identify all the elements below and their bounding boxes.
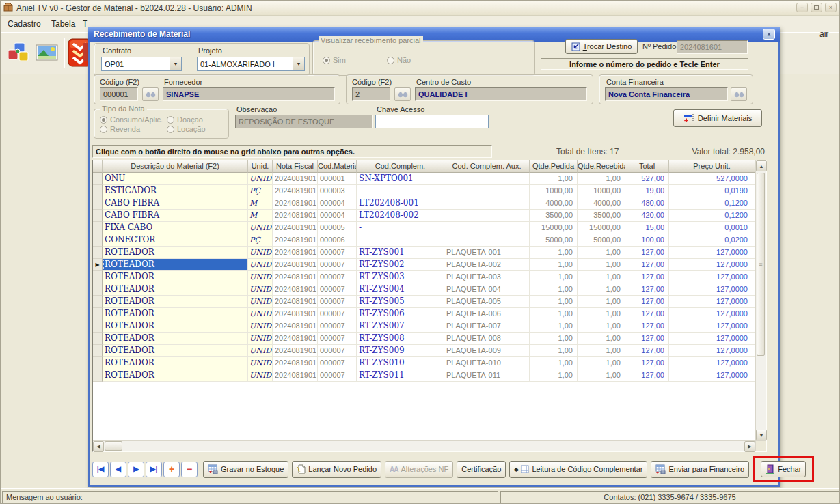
grid-cell-unid[interactable]: UNID xyxy=(248,333,273,345)
grid-cell-desc[interactable]: ROTEADOR xyxy=(103,271,248,283)
grid-cell-qp[interactable]: 1,00 xyxy=(530,369,578,382)
grid-cell-comp[interactable]: RT-ZYS011 xyxy=(357,369,444,382)
dialog-close-button[interactable]: × xyxy=(763,29,775,40)
grid-cell-unid[interactable]: UNID xyxy=(248,271,273,283)
grid-cell-qr[interactable]: 1,00 xyxy=(578,283,625,296)
grid-cell-qr[interactable]: 15000,00 xyxy=(578,222,625,234)
grid-cell-unid[interactable]: UNID xyxy=(248,308,273,320)
grid-cell-desc[interactable]: ROTEADOR xyxy=(103,320,248,333)
grid-cell-qp[interactable]: 5000,00 xyxy=(530,234,578,247)
grid-cell-preco[interactable]: 127,0000 xyxy=(669,296,755,308)
grid-cell-qp[interactable]: 3500,00 xyxy=(530,210,578,222)
grid-cell-mat[interactable]: 000007 xyxy=(318,283,357,296)
grid-cell-total[interactable]: 15,00 xyxy=(625,222,669,234)
grid-cell-desc[interactable]: ROTEADOR xyxy=(103,259,248,271)
grid-cell-comp[interactable]: RT-ZYS006 xyxy=(357,308,444,320)
grid-cell-aux[interactable]: PLAQUETA-003 xyxy=(444,271,530,283)
grid-cell-unid[interactable]: UNID xyxy=(248,173,273,185)
grid-cell-mat[interactable]: 000007 xyxy=(318,271,357,283)
grid-cell-comp[interactable]: RT-ZYS007 xyxy=(357,320,444,333)
grid-cell-total[interactable]: 480,00 xyxy=(625,197,669,210)
grid-cell-qp[interactable]: 1,00 xyxy=(530,259,578,271)
minimize-button[interactable]: − xyxy=(796,3,808,12)
grid-cell-total[interactable]: 127,00 xyxy=(625,308,669,320)
grid-cell-nf[interactable]: 2024081901 xyxy=(273,308,318,320)
nav-next-button[interactable]: ▶ xyxy=(128,462,144,477)
grid-cell-mat[interactable]: 000007 xyxy=(318,259,357,271)
gravar-estoque-button[interactable]: Gravar no Estoque xyxy=(203,461,288,478)
grid-cell-desc[interactable]: ONU xyxy=(103,173,248,185)
grid-row[interactable]: FIXA CABOUNID2024081901000005-15000,0015… xyxy=(93,222,755,234)
grid-cell-unid[interactable]: UNID xyxy=(248,320,273,333)
grid-cell-aux[interactable] xyxy=(444,234,530,247)
grid-cell-unid[interactable]: UNID xyxy=(248,345,273,357)
grid-cell-desc[interactable]: ROTEADOR xyxy=(103,345,248,357)
contrato-combobox[interactable]: OP01 ▼ xyxy=(101,57,182,71)
menu-tabela[interactable]: Tabela xyxy=(51,19,75,29)
lancar-pedido-button[interactable]: Lançar Novo Pedido xyxy=(292,461,381,478)
projeto-combobox[interactable]: 01-ALMOXARIFADO I ▼ xyxy=(197,57,305,71)
grid-cell-aux[interactable] xyxy=(444,173,530,185)
grid-cell-aux[interactable]: PLAQUETA-010 xyxy=(444,357,530,369)
radio-n-o[interactable]: Não xyxy=(387,56,411,64)
grid-cell-comp[interactable]: RT-ZYS001 xyxy=(357,247,444,259)
grid-cell-desc[interactable]: ROTEADOR xyxy=(103,296,248,308)
grid-cell-preco[interactable]: 127,0000 xyxy=(669,320,755,333)
grid-cell-preco[interactable]: 0,1200 xyxy=(669,197,755,210)
grid-cell-nf[interactable]: 2024081901 xyxy=(273,369,318,382)
grid-cell-nf[interactable]: 2024081901 xyxy=(273,185,318,197)
fornecedor-codigo-field[interactable]: 000001 xyxy=(100,87,138,101)
grid-cell-preco[interactable]: 0,0200 xyxy=(669,234,755,247)
grid-row[interactable]: CONECTORPÇ2024081901000006-5000,005000,0… xyxy=(93,234,755,247)
grid-cell-desc[interactable]: ROTEADOR xyxy=(103,308,248,320)
nav-insert-button[interactable]: + xyxy=(163,462,180,477)
grid-cell-mat[interactable]: 000007 xyxy=(318,345,357,357)
grid-cell-aux[interactable]: PLAQUETA-009 xyxy=(444,345,530,357)
grid-cell-qr[interactable]: 1,00 xyxy=(578,173,625,185)
grid-cell-total[interactable]: 127,00 xyxy=(625,357,669,369)
grid-cell-desc[interactable]: CABO FIBRA xyxy=(103,210,248,222)
grid-cell-qp[interactable]: 1,00 xyxy=(530,308,578,320)
grid-cell-qr[interactable]: 1,00 xyxy=(578,357,625,369)
grid-cell-qr[interactable]: 1000,00 xyxy=(578,185,625,197)
grid-cell-nf[interactable]: 2024081901 xyxy=(273,247,318,259)
grid-cell-comp[interactable]: LT202408-002 xyxy=(357,210,444,222)
grid-row[interactable]: ROTEADORUNID2024081901000007RT-ZYS006PLA… xyxy=(93,308,755,320)
grid-cell-comp[interactable]: RT-ZYS010 xyxy=(357,357,444,369)
grid-cell-qr[interactable]: 1,00 xyxy=(578,369,625,382)
grid-cell-aux[interactable]: PLAQUETA-005 xyxy=(444,296,530,308)
grid-cell-preco[interactable]: 127,0000 xyxy=(669,259,755,271)
grid-cell-qp[interactable]: 1,00 xyxy=(530,357,578,369)
grid-cell-nf[interactable]: 2024081901 xyxy=(273,357,318,369)
alteracoes-nf-button[interactable]: AA Alterações NF xyxy=(385,461,453,478)
chave-acesso-input[interactable] xyxy=(375,115,489,128)
grid-cell-aux[interactable] xyxy=(444,222,530,234)
grid-cell-qr[interactable]: 1,00 xyxy=(578,308,625,320)
chevron-down-icon[interactable]: ▼ xyxy=(170,57,181,70)
grid-cell-preco[interactable]: 127,0000 xyxy=(669,369,755,382)
centro-codigo-field[interactable]: 2 xyxy=(352,87,390,101)
leitura-codigo-button[interactable]: ◆ Leitura de Código Complementar xyxy=(509,461,647,478)
grid-cell-qr[interactable]: 1,00 xyxy=(578,247,625,259)
grid-cell-mat[interactable]: 000007 xyxy=(318,247,357,259)
grid-cell-nf[interactable]: 2024081901 xyxy=(273,197,318,210)
grid-cell-comp[interactable] xyxy=(357,185,444,197)
scroll-up-icon[interactable]: ▲ xyxy=(756,160,767,171)
fornecedor-search-button[interactable] xyxy=(142,87,159,101)
grid-cell-desc[interactable]: CONECTOR xyxy=(103,234,248,247)
grid-cell-unid[interactable]: M xyxy=(248,210,273,222)
grid-cell-total[interactable]: 127,00 xyxy=(625,259,669,271)
grid-cell-total[interactable]: 127,00 xyxy=(625,247,669,259)
grid-cell-qp[interactable]: 1,00 xyxy=(530,296,578,308)
grid-cell-aux[interactable]: PLAQUETA-001 xyxy=(444,247,530,259)
grid-cell-aux[interactable]: PLAQUETA-002 xyxy=(444,259,530,271)
menu-partial[interactable]: T xyxy=(83,19,87,29)
definir-materiais-button[interactable]: Definir Materiais xyxy=(673,109,762,127)
grid-cell-total[interactable]: 527,00 xyxy=(625,173,669,185)
certificacao-button[interactable]: Certificação xyxy=(457,461,506,478)
radio-loca-o[interactable]: Locação xyxy=(167,125,206,133)
grid-cell-qr[interactable]: 3500,00 xyxy=(578,210,625,222)
grid-cell-comp[interactable]: RT-ZYS008 xyxy=(357,333,444,345)
fechar-button[interactable]: Fechar xyxy=(761,461,806,477)
observacao-field[interactable]: REPOSIÇÃO DE ESTOQUE xyxy=(235,115,373,128)
